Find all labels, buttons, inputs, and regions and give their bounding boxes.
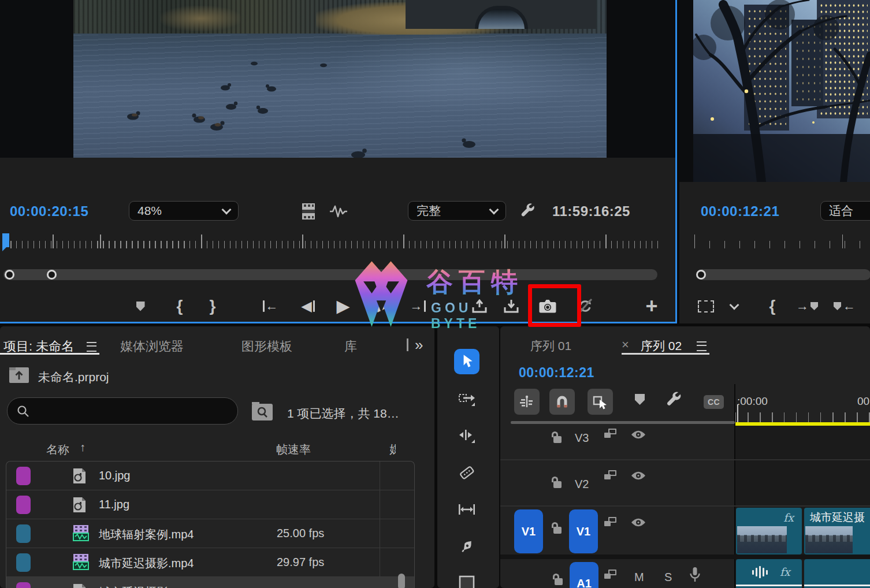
panel-menu-icon[interactable] — [697, 341, 707, 351]
linked-selection-toggle[interactable] — [588, 389, 613, 415]
lift-button[interactable] — [468, 295, 491, 318]
zoom-handle-left[interactable] — [5, 270, 14, 280]
video-clip[interactable]: fx — [736, 508, 802, 554]
video-audio-separator[interactable] — [500, 554, 870, 559]
close-tab-icon[interactable]: × — [622, 337, 629, 352]
label-color-chip[interactable] — [16, 496, 31, 514]
track-lock-icon[interactable] — [552, 522, 563, 535]
selection-tool[interactable] — [454, 349, 479, 374]
button-editor-button[interactable]: + — [640, 295, 663, 318]
source-playhead-timecode[interactable]: 00:00:20:15 — [10, 203, 88, 219]
program-time-ruler[interactable] — [693, 231, 870, 252]
mark-in-button[interactable]: { — [168, 295, 191, 318]
label-color-chip[interactable] — [16, 467, 31, 485]
go-to-in-button[interactable]: ← — [259, 295, 282, 318]
rectangle-tool[interactable] — [454, 571, 479, 588]
tab-overflow-button[interactable]: » — [415, 336, 423, 354]
sync-lock-icon[interactable] — [604, 429, 617, 439]
toggle-track-output-eye-icon[interactable] — [631, 430, 646, 440]
solo-track-button[interactable]: S — [664, 571, 672, 584]
timeline-ruler[interactable]: :00:00 00 — [735, 393, 870, 426]
mute-track-button[interactable]: M — [634, 571, 644, 584]
sync-lock-icon[interactable] — [604, 570, 617, 580]
source-playhead-marker[interactable] — [2, 233, 9, 247]
settings-dropdown-button[interactable] — [723, 295, 746, 318]
project-root-icon[interactable] — [9, 367, 29, 383]
table-row[interactable]: 10.jpg — [6, 462, 415, 490]
tab-media-browser[interactable]: 媒体浏览器 — [120, 338, 184, 355]
track-select-forward-tool[interactable] — [454, 386, 479, 411]
track-lock-icon[interactable] — [553, 574, 564, 586]
track-target-v1[interactable]: V1 — [569, 509, 598, 553]
project-file-name[interactable]: 未命名.prproj — [38, 369, 109, 385]
video-clip[interactable]: 城市延迟摄 — [804, 508, 870, 554]
playback-resolution-select[interactable]: 完整 — [408, 201, 506, 221]
add-marker-button[interactable] — [129, 295, 152, 318]
fit-zoom-select[interactable]: 适合 — [820, 201, 870, 221]
track-label-v3[interactable]: V3 — [575, 431, 589, 445]
table-row-selected[interactable]: 城市延迟摄影.mp400_00_00 — [6, 577, 415, 588]
track-label-v2[interactable]: V2 — [575, 478, 589, 491]
voiceover-mic-icon[interactable] — [689, 567, 701, 584]
source-patch-v1[interactable]: V1 — [514, 509, 543, 553]
tab-libraries[interactable]: 库 — [344, 338, 357, 355]
add-marker-button[interactable] — [635, 394, 645, 405]
step-back-button[interactable]: ◀ — [296, 295, 319, 318]
track-lock-icon[interactable] — [552, 431, 563, 444]
sync-lock-icon[interactable] — [604, 470, 617, 481]
table-row[interactable]: 地球辐射案例.mp4 25.00 fps — [6, 519, 415, 548]
source-time-ruler[interactable] — [0, 231, 675, 252]
label-color-chip[interactable] — [16, 582, 31, 588]
go-to-out-button[interactable]: → — [406, 295, 429, 318]
program-zoom-handle[interactable] — [696, 270, 706, 280]
program-settings-button[interactable] — [694, 295, 717, 318]
sync-lock-icon[interactable] — [604, 517, 617, 527]
sort-ascending-icon[interactable]: ↑ — [80, 441, 85, 454]
header-scrollbar[interactable] — [511, 421, 735, 424]
ripple-edit-tool[interactable] — [454, 423, 479, 448]
drag-video-icon[interactable] — [301, 203, 316, 220]
zoom-handle-right[interactable] — [47, 270, 57, 280]
timeline-playhead-timecode[interactable]: 00:00:12:21 — [519, 365, 594, 381]
program-mark-in-button[interactable]: { — [761, 295, 784, 318]
tab-sequence-01[interactable]: 序列 01 — [530, 338, 571, 354]
search-input[interactable] — [35, 404, 228, 418]
step-forward-button[interactable]: ▶ — [370, 295, 393, 318]
panel-menu-icon[interactable] — [87, 342, 96, 352]
search-bin-icon[interactable] — [252, 402, 273, 420]
audio-level-line[interactable] — [736, 585, 802, 586]
program-zoom-scrollbar[interactable] — [697, 269, 870, 280]
play-button[interactable]: ▶ — [332, 295, 355, 318]
timeline-settings-wrench-icon[interactable] — [665, 390, 685, 410]
table-row[interactable]: 城市延迟摄影.mp4 29.97 fps — [6, 548, 415, 577]
go-to-next-marker-button[interactable]: → — [795, 295, 819, 318]
mark-out-button[interactable]: } — [201, 295, 224, 318]
zoom-level-select[interactable]: 48% — [129, 201, 239, 221]
toggle-track-output-eye-icon[interactable] — [631, 471, 646, 481]
snap-toggle[interactable] — [549, 389, 575, 415]
audio-level-line[interactable] — [804, 585, 870, 586]
column-header-framerate[interactable]: 帧速率 — [276, 442, 311, 457]
slip-tool[interactable] — [454, 497, 479, 522]
source-duration-timecode[interactable]: 11:59:16:25 — [552, 203, 630, 219]
track-lock-icon[interactable] — [552, 477, 563, 489]
drag-audio-icon[interactable] — [329, 204, 348, 218]
extract-button[interactable] — [500, 295, 523, 318]
list-scrollbar-thumb[interactable] — [398, 574, 405, 588]
insert-overwrite-as-nest-toggle[interactable] — [514, 389, 540, 415]
pen-tool[interactable] — [454, 534, 479, 559]
captions-button[interactable]: CC — [704, 395, 724, 409]
search-box[interactable] — [7, 397, 238, 425]
tab-graphics-templates[interactable]: 图形模板 — [241, 338, 292, 355]
source-zoom-scrollbar[interactable] — [3, 269, 657, 280]
track-target-a1[interactable]: A1 — [570, 562, 598, 588]
audio-clip[interactable] — [804, 559, 870, 588]
razor-tool[interactable] — [454, 460, 479, 485]
label-color-chip[interactable] — [16, 553, 31, 572]
program-playhead-timecode[interactable]: 00:00:12:21 — [701, 203, 779, 219]
table-row[interactable]: 11.jpg — [6, 490, 415, 519]
toggle-track-output-eye-icon[interactable] — [631, 518, 646, 527]
column-header-name[interactable]: 名称 — [46, 442, 69, 457]
audio-clip[interactable]: fx — [736, 559, 802, 588]
label-color-chip[interactable] — [16, 524, 31, 543]
